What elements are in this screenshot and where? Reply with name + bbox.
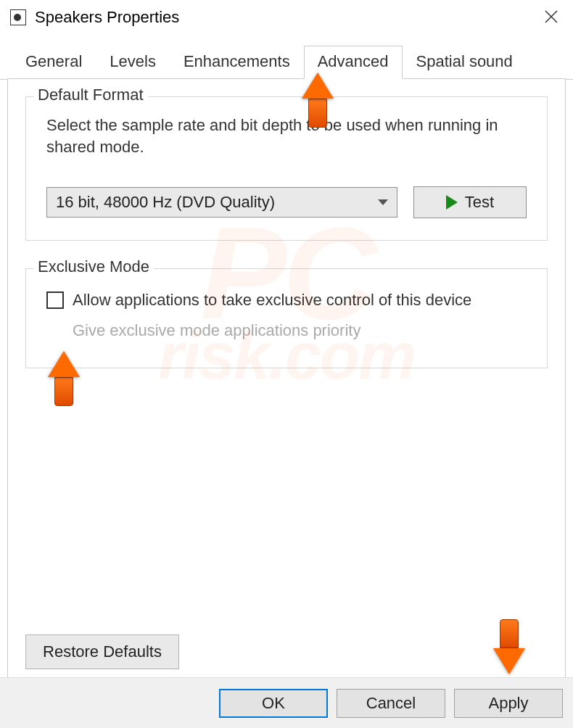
title-bar: Speakers Properties xyxy=(0,0,573,35)
test-button-label: Test xyxy=(465,193,494,212)
tab-strip: General Levels Enhancements Advanced Spa… xyxy=(0,46,573,80)
default-format-legend: Default Format xyxy=(33,86,148,104)
restore-defaults-button[interactable]: Restore Defaults xyxy=(25,634,179,669)
default-format-description: Select the sample rate and bit depth to … xyxy=(46,115,527,157)
close-icon xyxy=(544,9,558,24)
window-title: Speakers Properties xyxy=(35,8,179,27)
tab-enhancements[interactable]: Enhancements xyxy=(170,46,304,79)
tab-content: Default Format Select the sample rate an… xyxy=(7,78,566,687)
dialog-button-bar: OK Cancel Apply xyxy=(0,677,573,728)
tab-spatial-sound[interactable]: Spatial sound xyxy=(403,46,527,79)
tab-general[interactable]: General xyxy=(12,46,96,79)
ok-button[interactable]: OK xyxy=(219,689,328,718)
priority-row: Give exclusive mode applications priorit… xyxy=(73,321,527,340)
play-icon xyxy=(446,195,458,210)
cancel-button[interactable]: Cancel xyxy=(337,689,445,718)
tab-advanced[interactable]: Advanced xyxy=(304,46,403,79)
priority-label: Give exclusive mode applications priorit… xyxy=(73,321,360,340)
exclusive-mode-group: Exclusive Mode Allow applications to tak… xyxy=(25,268,548,368)
sample-rate-selected: 16 bit, 48000 Hz (DVD Quality) xyxy=(56,193,275,212)
close-button[interactable] xyxy=(534,5,569,30)
tab-levels[interactable]: Levels xyxy=(96,46,170,79)
chevron-down-icon xyxy=(378,199,388,205)
allow-exclusive-checkbox[interactable] xyxy=(46,291,64,309)
default-format-group: Default Format Select the sample rate an… xyxy=(25,96,548,241)
apply-button[interactable]: Apply xyxy=(454,689,563,718)
format-row: 16 bit, 48000 Hz (DVD Quality) Test xyxy=(46,186,527,218)
exclusive-mode-legend: Exclusive Mode xyxy=(33,257,154,276)
test-button[interactable]: Test xyxy=(413,186,527,218)
speaker-icon xyxy=(10,9,26,25)
allow-exclusive-label: Allow applications to take exclusive con… xyxy=(73,291,471,310)
allow-exclusive-row: Allow applications to take exclusive con… xyxy=(46,291,527,310)
sample-rate-dropdown[interactable]: 16 bit, 48000 Hz (DVD Quality) xyxy=(46,187,397,218)
